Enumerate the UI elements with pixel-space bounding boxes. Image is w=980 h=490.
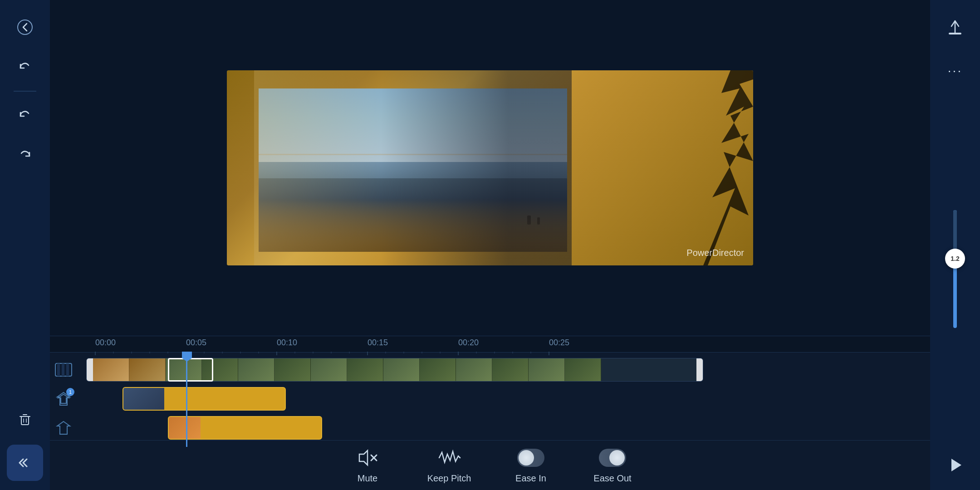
ruler-mark-20: 00:20 [458,338,479,348]
video-track-row [50,356,930,383]
ease-out-icon [599,447,626,469]
overlay-track-1-icon: 1 [50,391,77,407]
right-sidebar: ··· 1.2 [930,0,980,490]
svg-rect-1 [21,416,29,425]
volume-track[interactable]: 1.2 [953,210,957,328]
mute-label: Mute [358,473,377,484]
keep-pitch-label: Keep Pitch [427,473,471,484]
ruler-mark-10: 00:10 [277,338,297,348]
video-track-icon [50,362,77,378]
bottom-toolbar: Mute Keep Pitch Ease In [50,440,930,490]
ruler-mark-25: 00:25 [549,338,569,348]
volume-slider-container: 1.2 [953,101,957,437]
clip-right-handle[interactable] [696,358,703,381]
overlay-track-2-icon [50,420,77,436]
ease-in-button[interactable]: Ease In [508,447,554,484]
svg-marker-44 [951,459,961,471]
overlay-track-2-content [77,416,930,440]
export-button[interactable] [937,9,973,45]
volume-value: 1.2 [951,255,959,262]
volume-track-upper [953,210,957,251]
ruler-mark-5: 00:05 [186,338,206,348]
timeline-tracks: 1 [50,353,930,447]
svg-rect-33 [57,363,60,376]
redo-button[interactable] [7,137,43,173]
timeline-area: 00:00 00:05 00:10 00:15 00:20 00:25 [50,336,930,440]
back-button[interactable] [7,9,43,45]
timeline-ruler: 00:00 00:05 00:10 00:15 00:20 00:25 [50,336,930,353]
mute-button[interactable]: Mute [345,447,390,484]
video-frame: PowerDirector [227,70,753,265]
left-sidebar [0,0,50,490]
volume-knob[interactable]: 1.2 [945,249,965,269]
undo2-button[interactable] [7,97,43,133]
svg-rect-43 [949,33,961,34]
keep-pitch-icon [436,447,463,469]
ruler-mark-15: 00:15 [368,338,388,348]
undo-button[interactable] [7,49,43,85]
video-track-content [77,358,930,382]
svg-marker-38 [57,421,70,434]
ruler-mark-0: 00:00 [95,338,116,348]
ease-in-icon [517,447,544,469]
svg-rect-34 [62,363,64,376]
overlay-track-2-row [50,414,930,441]
overlay-track-1-row: 1 [50,385,930,412]
mute-icon [354,447,381,469]
delete-button[interactable] [7,401,43,437]
clip-left-handle[interactable] [87,358,93,381]
sidebar-divider-1 [14,91,36,92]
svg-marker-39 [359,451,368,465]
watermark: PowerDirector [686,248,744,258]
svg-rect-35 [66,363,69,376]
ease-out-label: Ease Out [593,473,631,484]
keep-pitch-button[interactable]: Keep Pitch [426,447,472,484]
main-content: PowerDirector 00:00 00:05 00:10 00:15 00… [50,0,930,490]
overlay-track-1-content [77,387,930,411]
ease-in-label: Ease In [515,473,546,484]
svg-point-0 [18,20,32,34]
more-options-button[interactable]: ··· [937,53,973,89]
collapse-button[interactable] [7,445,43,481]
ease-out-button[interactable]: Ease Out [590,447,635,484]
play-button[interactable] [939,449,971,481]
video-preview-area: PowerDirector [50,0,930,336]
